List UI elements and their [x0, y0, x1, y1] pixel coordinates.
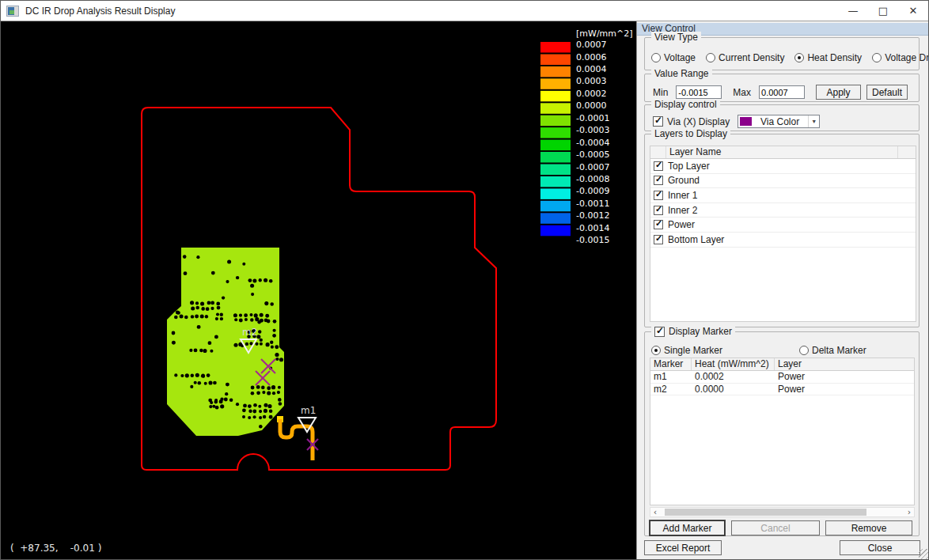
- pad-dot: [251, 386, 255, 390]
- delta-marker-radio-circle[interactable]: [799, 346, 809, 355]
- view-type-radio-current-density[interactable]: Current Density: [706, 52, 784, 63]
- pad-dot: [208, 341, 212, 345]
- minimize-button[interactable]: —: [838, 1, 868, 21]
- scrollbar-thumb[interactable]: [665, 509, 866, 516]
- delta-marker-radio[interactable]: Delta Marker: [799, 345, 866, 356]
- layer-name: Power: [668, 219, 695, 230]
- layer-checkbox[interactable]: [654, 220, 663, 229]
- pad-dot: [176, 311, 180, 315]
- radio-circle[interactable]: [794, 53, 804, 62]
- marker-table-row[interactable]: m10.0002Power: [650, 371, 914, 384]
- max-input[interactable]: [759, 85, 805, 99]
- pad-dot: [270, 302, 274, 306]
- apply-button[interactable]: Apply: [816, 85, 861, 100]
- scroll-left-icon[interactable]: ‹: [650, 508, 660, 516]
- chevron-down-icon[interactable]: ▼: [808, 115, 819, 127]
- pad-dot: [260, 313, 264, 317]
- layer-row[interactable]: Ground: [650, 174, 916, 189]
- legend-tick-label: 0.0000: [576, 100, 607, 111]
- pad-dot: [256, 385, 260, 389]
- radio-circle[interactable]: [706, 53, 715, 62]
- single-marker-radio[interactable]: Single Marker: [651, 345, 722, 356]
- pad-dot: [270, 341, 273, 344]
- pad-dot: [272, 334, 276, 338]
- pad-dot: [275, 353, 279, 357]
- close-button[interactable]: Close: [840, 540, 920, 555]
- legend-color-box: [540, 115, 571, 127]
- radio-circle[interactable]: [872, 53, 882, 62]
- marker-table-hscrollbar[interactable]: ‹ ›: [650, 507, 915, 517]
- legend-tick-label: 0.0006: [576, 52, 607, 62]
- pad-dot: [208, 380, 212, 384]
- layer-checkbox[interactable]: [654, 176, 663, 185]
- pad-dot: [185, 373, 189, 377]
- legend-tick-label: 0.0004: [576, 64, 607, 74]
- legend-color-box: [540, 152, 571, 163]
- via-display-checkbox[interactable]: [653, 116, 663, 127]
- layer-checkbox[interactable]: [654, 206, 663, 215]
- pad-dot: [206, 307, 210, 311]
- marker-cell-layer: Power: [775, 371, 914, 383]
- pad-dot: [215, 317, 218, 320]
- marker-table-header: Marker Heat (mW/mm^2) Layer: [650, 358, 914, 371]
- layer-row[interactable]: Top Layer: [650, 159, 916, 174]
- pad-dot: [215, 406, 219, 410]
- layer-row[interactable]: Inner 1: [650, 188, 916, 203]
- pad-dot: [220, 317, 223, 320]
- layer-name: Bottom Layer: [668, 234, 724, 245]
- add-marker-button[interactable]: Add Marker: [650, 520, 725, 535]
- legend-tick-label: -0.0015: [576, 235, 609, 245]
- legend-tick-label: 0.0003: [576, 76, 607, 86]
- pad-dot: [216, 312, 219, 316]
- marker-table: Marker Heat (mW/mm^2) Layer m10.0002Powe…: [650, 358, 915, 505]
- layer-row[interactable]: Inner 2: [650, 203, 916, 218]
- layer-list-header: Layer Name: [650, 146, 916, 159]
- pad-dot: [252, 278, 256, 282]
- marker-table-row[interactable]: m20.0000Power: [650, 384, 914, 396]
- layer-checkbox[interactable]: [654, 191, 663, 200]
- view-type-radio-voltage-drop[interactable]: Voltage Drop: [872, 52, 929, 63]
- pad-dot: [251, 293, 254, 296]
- result-canvas[interactable]: m1m2[mW/mm^2]0.00070.00060.00040.00030.0…: [1, 21, 636, 560]
- legend-tick-label: -0.0008: [576, 174, 609, 184]
- layer-name: Inner 1: [668, 190, 697, 201]
- single-marker-radio-circle[interactable]: [651, 346, 661, 355]
- pad-dot: [267, 391, 271, 395]
- remove-button[interactable]: Remove: [825, 520, 912, 535]
- display-control-group-label: Display control: [651, 99, 720, 110]
- window-title: DC IR Drop Analysis Result Display: [25, 6, 175, 17]
- pad-dot: [227, 259, 231, 263]
- view-type-radio-heat-density[interactable]: Heat Density: [794, 52, 862, 63]
- marker-cell-layer: Power: [775, 384, 914, 395]
- display-marker-checkbox[interactable]: [654, 327, 665, 337]
- pad-dot: [213, 381, 217, 385]
- layer-row[interactable]: Power: [650, 218, 916, 233]
- pad-dot: [222, 296, 225, 299]
- pad-dot: [172, 341, 176, 345]
- default-button[interactable]: Default: [866, 85, 908, 100]
- marker-cell-heat: 0.0000: [692, 384, 775, 395]
- layer-checkbox[interactable]: [654, 161, 663, 171]
- pad-dot: [248, 410, 252, 413]
- pad-dot: [190, 385, 193, 388]
- maximize-button[interactable]: □: [868, 1, 898, 21]
- resize-grip[interactable]: [919, 549, 929, 559]
- pad-dot: [271, 346, 274, 349]
- min-input[interactable]: [676, 85, 722, 99]
- pad-dot: [266, 342, 270, 346]
- excel-report-button[interactable]: Excel Report: [644, 540, 722, 555]
- close-window-button[interactable]: ✕: [898, 1, 928, 21]
- pad-dot: [207, 301, 211, 305]
- view-type-radio-voltage[interactable]: Voltage: [651, 52, 696, 63]
- pad-dot: [194, 348, 198, 352]
- cancel-button[interactable]: Cancel: [731, 520, 820, 535]
- layer-checkbox[interactable]: [654, 235, 663, 244]
- radio-circle[interactable]: [651, 53, 661, 62]
- layer-row[interactable]: Bottom Layer: [650, 233, 916, 248]
- pad-dot: [258, 330, 261, 333]
- pad-dot: [236, 403, 239, 406]
- legend-color-box: [540, 91, 571, 102]
- scroll-right-icon[interactable]: ›: [904, 508, 914, 516]
- pad-dot: [279, 402, 282, 406]
- via-color-dropdown[interactable]: Via Color ▼: [738, 115, 820, 128]
